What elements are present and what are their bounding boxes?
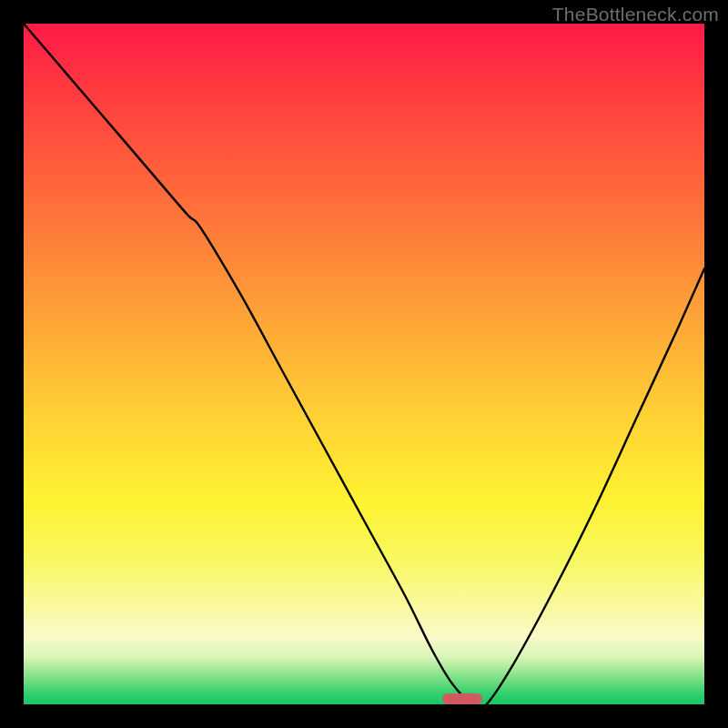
bottleneck-curve bbox=[24, 24, 704, 704]
optimum-marker bbox=[442, 693, 482, 704]
watermark-text: TheBottleneck.com bbox=[552, 4, 719, 25]
curve-path bbox=[24, 24, 704, 704]
chart-frame: TheBottleneck.com bbox=[0, 0, 728, 728]
